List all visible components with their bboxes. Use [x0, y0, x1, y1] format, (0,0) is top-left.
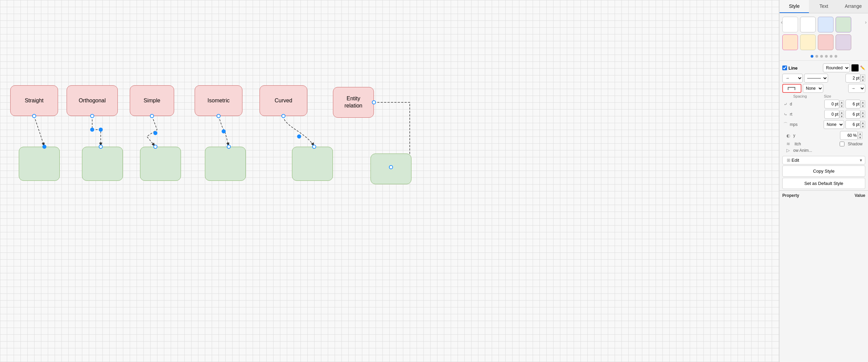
tab-text[interactable]: Text — [809, 0, 838, 13]
node-orthogonal-bottom[interactable] — [82, 147, 123, 181]
ls-size-down[interactable]: ▼ — [860, 104, 865, 108]
arrow-start-select[interactable]: → ← — — [782, 74, 803, 83]
swatch-red-light[interactable] — [818, 34, 834, 50]
tab-arrange[interactable]: Arrange — [839, 0, 868, 13]
jumps-size-down[interactable]: ▼ — [860, 125, 865, 128]
handle-curve-end[interactable] — [312, 145, 316, 149]
opacity-up[interactable]: ▲ — [858, 132, 863, 135]
dot-3[interactable] — [820, 55, 823, 58]
line-width-spinner: ▲ ▼ — [860, 74, 865, 82]
label-start-size-group: ▲ ▼ — [845, 100, 865, 108]
copy-style-button[interactable]: Copy Style — [782, 165, 865, 177]
le-spacing-up[interactable]: ▲ — [839, 111, 844, 114]
opacity-group: ▲ ▼ — [840, 131, 863, 140]
handle-entity-end[interactable] — [389, 165, 393, 169]
swatch-blue-light[interactable] — [818, 17, 834, 32]
node-curved[interactable]: Curved — [260, 85, 307, 116]
node-isometric[interactable]: Isometric — [195, 85, 242, 116]
swatch-white[interactable] — [782, 17, 798, 32]
dot-1[interactable] — [811, 55, 813, 58]
property-table-header: Property Value — [782, 192, 865, 199]
handle-simple-mid[interactable] — [153, 131, 157, 135]
line-width-down[interactable]: ▼ — [860, 78, 865, 82]
swatches-next-arrow[interactable]: › — [864, 19, 867, 25]
tab-style[interactable]: Style — [780, 0, 809, 13]
ls-spacing-down[interactable]: ▼ — [839, 104, 844, 108]
swatch-white2[interactable] — [800, 17, 816, 32]
size-label: Size — [824, 94, 831, 98]
line-style-select[interactable]: Rounded Sharp Curved — [823, 63, 850, 72]
dot-6[interactable] — [835, 55, 837, 58]
node-simple-bottom[interactable] — [140, 147, 181, 181]
handle-iso-mid[interactable] — [222, 129, 226, 133]
handle-ortho-mid1[interactable] — [90, 128, 94, 132]
label-end-spacing-input[interactable] — [824, 110, 839, 119]
swatch-orange-light[interactable] — [782, 34, 798, 50]
opacity-text: y — [793, 133, 795, 138]
handle-simple-start[interactable] — [150, 114, 154, 118]
swatch-yellow-light[interactable] — [800, 34, 816, 50]
ls-size-up[interactable]: ▲ — [860, 100, 865, 104]
opacity-down[interactable]: ▼ — [858, 135, 863, 139]
node-isometric-bottom[interactable] — [205, 147, 246, 181]
spacing-label: Spacing — [793, 94, 807, 98]
edit-label: Edit — [792, 158, 799, 163]
arrow-end-select[interactable]: → ← — — [848, 84, 865, 93]
line-width-up[interactable]: ▲ — [860, 74, 865, 78]
le-spacing-down[interactable]: ▼ — [839, 114, 844, 118]
jumps-size-up[interactable]: ▲ — [860, 121, 865, 125]
waypoint-select[interactable]: None Center — [803, 84, 823, 93]
node-orthogonal[interactable]: Orthogonal — [67, 85, 118, 116]
label-start-size-input[interactable] — [845, 100, 860, 108]
line-checkbox[interactable] — [782, 66, 787, 70]
set-default-button[interactable]: Set as Default Style — [782, 178, 865, 189]
line-width-input[interactable] — [845, 74, 860, 83]
handle-iso-end[interactable] — [227, 145, 231, 149]
handle-entity-start[interactable] — [372, 100, 376, 104]
handle-ortho-end[interactable] — [99, 145, 103, 149]
jumps-size-input[interactable] — [845, 120, 860, 129]
connector-type-btn[interactable] — [782, 84, 801, 93]
line-section: Line Rounded Sharp Curved ✏️ → ← — —— — [780, 60, 868, 155]
node-curved-bottom[interactable] — [292, 147, 333, 181]
node-entity[interactable]: Entityrelation — [333, 87, 374, 118]
node-straight-bottom[interactable] — [19, 147, 60, 181]
dot-4[interactable] — [825, 55, 828, 58]
handle-iso-start[interactable] — [216, 114, 221, 118]
label-start-text: d — [790, 102, 792, 106]
handle-simple-end[interactable] — [153, 145, 157, 149]
opacity-input[interactable] — [840, 131, 858, 140]
swatches-prev-arrow[interactable]: ‹ — [780, 19, 783, 25]
jumps-select[interactable]: None Arc — [824, 120, 844, 129]
swatch-purple-light[interactable] — [836, 34, 851, 50]
panel-content: ‹ › — [780, 13, 868, 362]
line-color-box[interactable] — [851, 64, 859, 72]
label-start-spacing-input[interactable] — [824, 100, 839, 108]
handle-ortho-start[interactable] — [90, 114, 94, 118]
shadow-checkbox[interactable] — [840, 142, 844, 146]
jumps-row: ⌒ mps None Arc ▲ ▼ — [782, 120, 865, 129]
line-dash-select[interactable]: ————— - - - - · · · · — [804, 74, 828, 83]
panel-tabs: Style Text Arrange — [780, 0, 868, 13]
edit-row[interactable]: ⊞ Edit ▾ — [782, 156, 865, 164]
spacing-size-header: Spacing Size — [782, 94, 865, 98]
ls-spacing-up[interactable]: ▲ — [839, 100, 844, 104]
label-end-icon: ⤷ — [782, 112, 788, 117]
handle-straight-end[interactable] — [42, 145, 46, 149]
dot-5[interactable] — [830, 55, 832, 58]
handle-ortho-mid2[interactable] — [99, 128, 103, 132]
node-simple[interactable]: Simple — [130, 85, 174, 116]
handle-curve-start[interactable] — [281, 114, 285, 118]
label-end-size-input[interactable] — [845, 110, 860, 119]
dot-2[interactable] — [815, 55, 818, 58]
handle-curve-mid[interactable] — [297, 134, 301, 139]
swatch-green-light[interactable] — [836, 17, 851, 32]
diagram-canvas[interactable]: Straight Orthogonal Simple Isometric Cur… — [0, 0, 779, 362]
node-label-simple: Simple — [144, 98, 160, 104]
pencil-icon[interactable]: ✏️ — [860, 66, 865, 70]
shadow-label: Shadow — [848, 142, 863, 146]
le-size-down[interactable]: ▼ — [860, 114, 865, 118]
handle-straight-start[interactable] — [32, 114, 36, 118]
le-size-up[interactable]: ▲ — [860, 111, 865, 114]
node-straight[interactable]: Straight — [10, 85, 58, 116]
